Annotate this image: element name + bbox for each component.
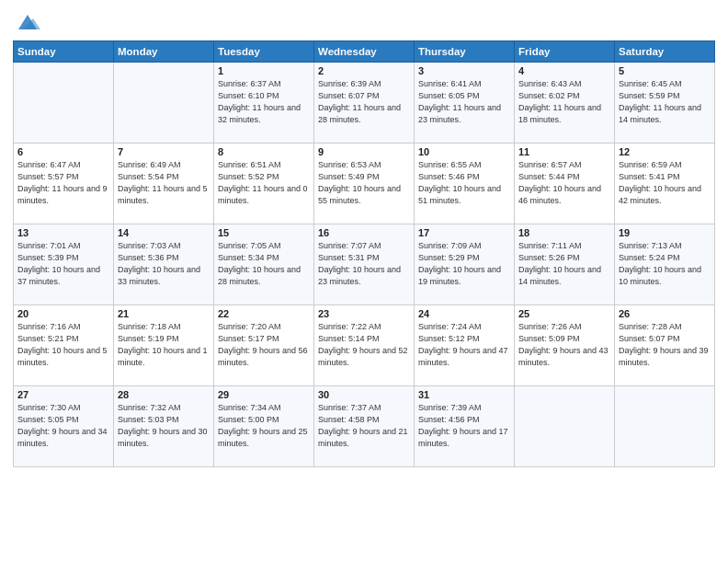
weekday-header-row: SundayMondayTuesdayWednesdayThursdayFrid… <box>14 41 715 63</box>
day-info: Sunrise: 7:03 AM Sunset: 5:36 PM Dayligh… <box>118 240 210 288</box>
weekday-header-monday: Monday <box>114 41 214 63</box>
day-info: Sunrise: 6:43 AM Sunset: 6:02 PM Dayligh… <box>518 78 610 126</box>
calendar-cell: 23Sunrise: 7:22 AM Sunset: 5:14 PM Dayli… <box>314 305 415 386</box>
calendar-cell: 21Sunrise: 7:18 AM Sunset: 5:19 PM Dayli… <box>114 305 214 386</box>
calendar-cell: 12Sunrise: 6:59 AM Sunset: 5:41 PM Dayli… <box>615 144 715 224</box>
day-number: 30 <box>318 389 410 400</box>
calendar-cell <box>615 386 715 467</box>
calendar-cell: 4Sunrise: 6:43 AM Sunset: 6:02 PM Daylig… <box>515 63 615 144</box>
calendar-cell: 24Sunrise: 7:24 AM Sunset: 5:12 PM Dayli… <box>415 305 515 386</box>
day-number: 24 <box>418 308 510 319</box>
calendar-cell: 7Sunrise: 6:49 AM Sunset: 5:54 PM Daylig… <box>114 144 214 224</box>
day-number: 8 <box>218 146 310 157</box>
calendar-cell: 16Sunrise: 7:07 AM Sunset: 5:31 PM Dayli… <box>314 224 415 305</box>
day-number: 17 <box>418 227 510 238</box>
week-row-5: 27Sunrise: 7:30 AM Sunset: 5:05 PM Dayli… <box>14 386 715 467</box>
day-number: 4 <box>518 65 610 76</box>
day-info: Sunrise: 7:11 AM Sunset: 5:26 PM Dayligh… <box>518 240 610 288</box>
calendar-cell: 28Sunrise: 7:32 AM Sunset: 5:03 PM Dayli… <box>114 386 214 467</box>
day-info: Sunrise: 6:51 AM Sunset: 5:52 PM Dayligh… <box>218 159 310 207</box>
calendar-cell: 31Sunrise: 7:39 AM Sunset: 4:56 PM Dayli… <box>415 386 515 467</box>
day-info: Sunrise: 6:47 AM Sunset: 5:57 PM Dayligh… <box>17 159 109 207</box>
day-number: 2 <box>318 65 410 76</box>
day-info: Sunrise: 6:37 AM Sunset: 6:10 PM Dayligh… <box>218 78 310 126</box>
page: SundayMondayTuesdayWednesdayThursdayFrid… <box>0 0 728 563</box>
day-info: Sunrise: 7:30 AM Sunset: 5:05 PM Dayligh… <box>17 402 109 450</box>
day-info: Sunrise: 7:26 AM Sunset: 5:09 PM Dayligh… <box>518 321 610 369</box>
day-number: 7 <box>118 146 210 157</box>
calendar-cell: 17Sunrise: 7:09 AM Sunset: 5:29 PM Dayli… <box>415 224 515 305</box>
day-info: Sunrise: 7:32 AM Sunset: 5:03 PM Dayligh… <box>118 402 210 450</box>
day-number: 27 <box>17 389 109 400</box>
day-number: 6 <box>17 146 109 157</box>
day-number: 5 <box>619 65 711 76</box>
calendar-cell: 26Sunrise: 7:28 AM Sunset: 5:07 PM Dayli… <box>615 305 715 386</box>
day-number: 10 <box>418 146 510 157</box>
calendar-cell: 15Sunrise: 7:05 AM Sunset: 5:34 PM Dayli… <box>214 224 314 305</box>
day-info: Sunrise: 7:24 AM Sunset: 5:12 PM Dayligh… <box>418 321 510 369</box>
calendar-cell: 27Sunrise: 7:30 AM Sunset: 5:05 PM Dayli… <box>14 386 114 467</box>
day-info: Sunrise: 7:09 AM Sunset: 5:29 PM Dayligh… <box>418 240 510 288</box>
calendar-cell: 29Sunrise: 7:34 AM Sunset: 5:00 PM Dayli… <box>214 386 314 467</box>
calendar-cell: 20Sunrise: 7:16 AM Sunset: 5:21 PM Dayli… <box>14 305 114 386</box>
day-info: Sunrise: 6:55 AM Sunset: 5:46 PM Dayligh… <box>418 159 510 207</box>
day-info: Sunrise: 7:16 AM Sunset: 5:21 PM Dayligh… <box>17 321 109 369</box>
logo <box>13 9 40 35</box>
calendar-cell: 18Sunrise: 7:11 AM Sunset: 5:26 PM Dayli… <box>515 224 615 305</box>
calendar-cell: 11Sunrise: 6:57 AM Sunset: 5:44 PM Dayli… <box>515 144 615 224</box>
day-info: Sunrise: 7:37 AM Sunset: 4:58 PM Dayligh… <box>318 402 410 450</box>
day-number: 21 <box>118 308 210 319</box>
day-info: Sunrise: 6:53 AM Sunset: 5:49 PM Dayligh… <box>318 159 410 207</box>
day-number: 19 <box>619 227 711 238</box>
day-info: Sunrise: 7:22 AM Sunset: 5:14 PM Dayligh… <box>318 321 410 369</box>
day-number: 16 <box>318 227 410 238</box>
weekday-header-sunday: Sunday <box>14 41 114 63</box>
week-row-4: 20Sunrise: 7:16 AM Sunset: 5:21 PM Dayli… <box>14 305 715 386</box>
header <box>13 9 715 35</box>
day-info: Sunrise: 7:18 AM Sunset: 5:19 PM Dayligh… <box>118 321 210 369</box>
day-number: 11 <box>518 146 610 157</box>
day-number: 13 <box>17 227 109 238</box>
calendar-cell: 13Sunrise: 7:01 AM Sunset: 5:39 PM Dayli… <box>14 224 114 305</box>
day-number: 12 <box>619 146 711 157</box>
day-info: Sunrise: 6:45 AM Sunset: 5:59 PM Dayligh… <box>619 78 711 126</box>
calendar-cell: 22Sunrise: 7:20 AM Sunset: 5:17 PM Dayli… <box>214 305 314 386</box>
calendar-cell <box>515 386 615 467</box>
day-info: Sunrise: 6:41 AM Sunset: 6:05 PM Dayligh… <box>418 78 510 126</box>
day-number: 26 <box>619 308 711 319</box>
calendar-cell: 6Sunrise: 6:47 AM Sunset: 5:57 PM Daylig… <box>14 144 114 224</box>
day-info: Sunrise: 6:57 AM Sunset: 5:44 PM Dayligh… <box>518 159 610 207</box>
day-info: Sunrise: 6:49 AM Sunset: 5:54 PM Dayligh… <box>118 159 210 207</box>
calendar-cell <box>14 63 114 144</box>
weekday-header-thursday: Thursday <box>415 41 515 63</box>
day-number: 20 <box>17 308 109 319</box>
calendar-cell: 14Sunrise: 7:03 AM Sunset: 5:36 PM Dayli… <box>114 224 214 305</box>
week-row-3: 13Sunrise: 7:01 AM Sunset: 5:39 PM Dayli… <box>14 224 715 305</box>
day-number: 28 <box>118 389 210 400</box>
day-number: 9 <box>318 146 410 157</box>
calendar: SundayMondayTuesdayWednesdayThursdayFrid… <box>13 40 715 467</box>
day-info: Sunrise: 7:39 AM Sunset: 4:56 PM Dayligh… <box>418 402 510 450</box>
weekday-header-saturday: Saturday <box>615 41 715 63</box>
calendar-cell <box>114 63 214 144</box>
day-info: Sunrise: 7:20 AM Sunset: 5:17 PM Dayligh… <box>218 321 310 369</box>
day-info: Sunrise: 7:34 AM Sunset: 5:00 PM Dayligh… <box>218 402 310 450</box>
calendar-cell: 30Sunrise: 7:37 AM Sunset: 4:58 PM Dayli… <box>314 386 415 467</box>
day-info: Sunrise: 6:39 AM Sunset: 6:07 PM Dayligh… <box>318 78 410 126</box>
day-info: Sunrise: 7:05 AM Sunset: 5:34 PM Dayligh… <box>218 240 310 288</box>
day-number: 31 <box>418 389 510 400</box>
week-row-1: 1Sunrise: 6:37 AM Sunset: 6:10 PM Daylig… <box>14 63 715 144</box>
day-number: 1 <box>218 65 310 76</box>
week-row-2: 6Sunrise: 6:47 AM Sunset: 5:57 PM Daylig… <box>14 144 715 224</box>
day-info: Sunrise: 7:07 AM Sunset: 5:31 PM Dayligh… <box>318 240 410 288</box>
day-number: 22 <box>218 308 310 319</box>
weekday-header-friday: Friday <box>515 41 615 63</box>
calendar-cell: 9Sunrise: 6:53 AM Sunset: 5:49 PM Daylig… <box>314 144 415 224</box>
day-number: 3 <box>418 65 510 76</box>
day-number: 29 <box>218 389 310 400</box>
weekday-header-wednesday: Wednesday <box>314 41 415 63</box>
day-number: 15 <box>218 227 310 238</box>
calendar-cell: 8Sunrise: 6:51 AM Sunset: 5:52 PM Daylig… <box>214 144 314 224</box>
day-info: Sunrise: 7:01 AM Sunset: 5:39 PM Dayligh… <box>17 240 109 288</box>
calendar-cell: 25Sunrise: 7:26 AM Sunset: 5:09 PM Dayli… <box>515 305 615 386</box>
